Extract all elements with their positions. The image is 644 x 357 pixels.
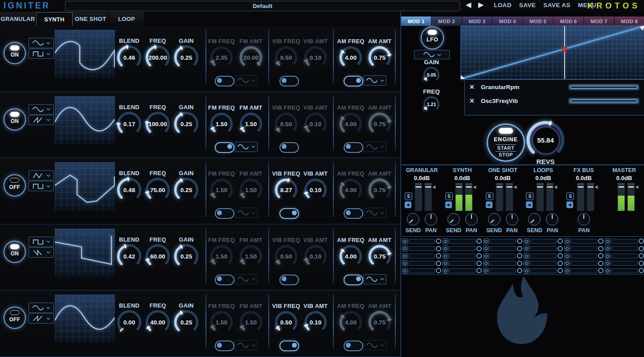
send-knob[interactable] <box>447 213 460 226</box>
waveform-display[interactable] <box>55 96 115 144</box>
blend-knob[interactable]: 0.42 <box>115 242 143 270</box>
matrix-slider-track[interactable] <box>571 268 597 273</box>
power-icon[interactable] <box>605 268 611 274</box>
ring-icon[interactable] <box>639 246 644 251</box>
matrix-slider-track[interactable] <box>490 246 516 251</box>
remove-source-button[interactable]: ✕ <box>469 97 475 104</box>
am-freq-knob[interactable]: 4.00 <box>338 243 364 269</box>
matrix-slider-track[interactable] <box>571 246 597 251</box>
vib-enable-toggle[interactable] <box>279 341 299 351</box>
matrix-cell[interactable] <box>483 238 522 244</box>
section-tab[interactable]: GRANULAR <box>0 12 36 26</box>
matrix-slider-track[interactable] <box>490 261 516 266</box>
mod-tab[interactable]: MOD 7 <box>584 16 614 26</box>
menu-action-button[interactable]: SAVE <box>519 2 536 8</box>
matrix-slider-track[interactable] <box>611 254 638 259</box>
mod-tab[interactable]: MOD 3 <box>462 16 492 26</box>
matrix-cell[interactable] <box>605 267 644 274</box>
waveform-display[interactable] <box>55 30 115 78</box>
ring-icon[interactable] <box>558 261 563 266</box>
power-icon[interactable] <box>483 260 489 266</box>
ring-icon[interactable] <box>476 268 482 273</box>
matrix-cell[interactable] <box>605 246 644 252</box>
ring-icon[interactable] <box>517 238 522 244</box>
wave1-select[interactable] <box>29 237 54 247</box>
solo-button[interactable]: S <box>566 193 574 200</box>
fm-freq-knob[interactable]: 1.50 <box>209 177 234 203</box>
matrix-cell[interactable] <box>524 238 563 244</box>
gain-knob[interactable]: 0.25 <box>172 110 200 138</box>
am-amt-knob[interactable]: 0.75 <box>367 111 393 137</box>
vib-freq-knob[interactable]: 8.27 <box>273 177 299 203</box>
power-icon[interactable] <box>524 238 529 244</box>
freq-knob[interactable]: 100.00 <box>144 110 172 138</box>
wave1-select[interactable] <box>29 303 54 313</box>
level-fader-right[interactable] <box>587 183 594 211</box>
matrix-cell[interactable] <box>564 246 603 252</box>
ring-icon[interactable] <box>436 261 441 266</box>
fm-freq-knob[interactable]: 1.50 <box>209 309 234 335</box>
matrix-cell[interactable] <box>605 260 644 267</box>
power-icon[interactable] <box>443 260 448 266</box>
fm-wave-select[interactable] <box>235 274 258 284</box>
fader-handle[interactable] <box>547 186 553 188</box>
fader-handle[interactable] <box>537 186 543 188</box>
power-icon[interactable] <box>605 238 611 244</box>
matrix-slider-track[interactable] <box>530 261 557 266</box>
ring-icon[interactable] <box>598 268 603 273</box>
ring-icon[interactable] <box>558 246 563 251</box>
pan-knob[interactable] <box>578 213 590 226</box>
blend-knob[interactable]: 0.48 <box>115 176 143 204</box>
am-amt-knob[interactable]: 0.75 <box>367 309 393 335</box>
gain-knob[interactable]: 0.25 <box>172 176 200 204</box>
fader-handle[interactable] <box>456 186 462 188</box>
ring-icon[interactable] <box>558 268 563 273</box>
wave2-select[interactable] <box>29 49 54 59</box>
level-fader-left[interactable] <box>496 183 503 211</box>
lfo-freq-knob[interactable]: 1.21 <box>422 95 441 114</box>
matrix-cell[interactable] <box>402 253 441 259</box>
matrix-cell[interactable] <box>524 267 563 274</box>
vib-amt-knob[interactable]: 0.10 <box>303 45 328 70</box>
matrix-slider-track[interactable] <box>449 261 476 266</box>
level-fader-right[interactable] <box>546 183 554 211</box>
fm-amt-knob[interactable]: 1.50 <box>238 243 264 269</box>
power-icon[interactable] <box>564 268 570 274</box>
matrix-slider-track[interactable] <box>449 268 476 273</box>
freq-knob[interactable]: 200.00 <box>144 44 172 71</box>
matrix-slider-track[interactable] <box>530 254 557 259</box>
next-preset-button[interactable]: ▶ <box>478 0 484 9</box>
am-wave-select[interactable] <box>364 340 386 350</box>
vib-enable-toggle[interactable] <box>279 208 299 219</box>
fm-wave-select[interactable] <box>235 75 258 86</box>
am-enable-toggle[interactable] <box>344 275 363 285</box>
fm-enable-toggle[interactable] <box>215 142 234 153</box>
fm-amt-knob[interactable]: 1.50 <box>238 177 264 203</box>
matrix-slider-track[interactable] <box>611 239 638 244</box>
am-freq-knob[interactable]: 4.00 <box>338 177 364 203</box>
ring-icon[interactable] <box>598 253 603 259</box>
fader-handle[interactable] <box>496 186 502 188</box>
channel-meters[interactable] <box>577 183 594 211</box>
vib-enable-toggle[interactable] <box>279 275 299 285</box>
power-icon[interactable] <box>564 246 570 251</box>
matrix-cell[interactable] <box>402 267 441 274</box>
section-tab[interactable]: SYNTH <box>36 12 73 26</box>
level-fader-right[interactable] <box>465 183 473 211</box>
power-icon[interactable] <box>605 246 611 251</box>
mod-curve-graph[interactable] <box>460 25 644 79</box>
ring-icon[interactable] <box>558 238 563 244</box>
channel-meters[interactable] <box>617 183 635 211</box>
prev-preset-button[interactable]: ◀ <box>466 0 471 9</box>
vib-freq-knob[interactable]: 0.50 <box>273 111 299 137</box>
fm-freq-knob[interactable]: 1.50 <box>209 243 234 269</box>
power-icon[interactable] <box>564 253 570 259</box>
matrix-slider-track[interactable] <box>571 239 597 244</box>
fader-arrow-icon[interactable] <box>433 185 436 189</box>
level-fader-right[interactable] <box>425 183 432 211</box>
gain-knob[interactable]: 0.25 <box>172 242 200 270</box>
ring-icon[interactable] <box>517 261 522 266</box>
ring-icon[interactable] <box>639 253 644 259</box>
am-amt-knob[interactable]: 0.75 <box>367 177 393 203</box>
matrix-cell[interactable] <box>443 246 482 252</box>
